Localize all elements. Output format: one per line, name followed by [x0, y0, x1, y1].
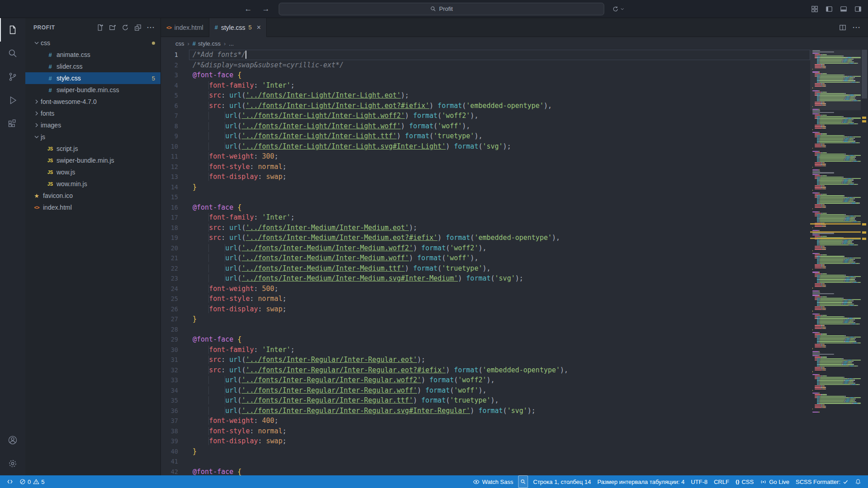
- code-line-12[interactable]: 12 font-style: normal;: [161, 162, 810, 172]
- code-line-3[interactable]: 3@font-face {: [161, 70, 810, 80]
- tab-index-html[interactable]: <>index.html: [161, 18, 209, 37]
- tree-item-wow-js[interactable]: JSwow.js: [25, 166, 160, 178]
- editor-more-button[interactable]: ···: [853, 25, 861, 30]
- tree-item-script-js[interactable]: JSscript.js: [25, 143, 160, 155]
- activity-source-control[interactable]: [0, 65, 25, 89]
- minimap-slider[interactable]: [810, 50, 861, 110]
- status-language-mode[interactable]: {}CSS: [732, 475, 757, 488]
- code-line-23[interactable]: 23 url('../fonts/Inter-Medium/Inter-Medi…: [161, 273, 810, 284]
- code-line-5[interactable]: 5 src: url('../fonts/Inter-Light/Inter-L…: [161, 90, 810, 101]
- code-line-11[interactable]: 11 font-weight: 300;: [161, 151, 810, 162]
- new-folder-button[interactable]: [109, 24, 116, 31]
- code-line-15[interactable]: 15: [161, 192, 810, 202]
- code-line-22[interactable]: 22 url('../fonts/Inter-Medium/Inter-Medi…: [161, 263, 810, 274]
- back-button[interactable]: ←: [244, 5, 253, 14]
- code-line-41[interactable]: 41: [161, 456, 810, 467]
- tree-item-wow-min-js[interactable]: JSwow.min.js: [25, 178, 160, 190]
- more-actions-button[interactable]: ···: [147, 25, 155, 30]
- code-line-36[interactable]: 36 url('../fonts/Inter-Regular/Inter-Reg…: [161, 406, 810, 416]
- breadcrumb-item[interactable]: #style.css: [193, 40, 221, 47]
- status-go-live[interactable]: Go Live: [757, 475, 793, 488]
- breadcrumb-item[interactable]: css: [175, 40, 184, 47]
- new-file-button[interactable]: [96, 24, 104, 31]
- code-line-14[interactable]: 14}: [161, 182, 810, 192]
- activity-explorer[interactable]: [0, 18, 25, 42]
- code-line-30[interactable]: 30 font-family: 'Inter';: [161, 345, 810, 355]
- tree-item-swiper-bundle-min-css[interactable]: #swiper-bundle.min.css: [25, 84, 160, 96]
- status-eol[interactable]: CRLF: [711, 475, 732, 488]
- code-line-38[interactable]: 38 font-style: normal;: [161, 426, 810, 436]
- status-notifications[interactable]: [852, 475, 864, 488]
- breadcrumb-item[interactable]: ...: [229, 40, 234, 47]
- code-line-35[interactable]: 35 url('../fonts/Inter-Regular/Inter-Reg…: [161, 395, 810, 406]
- split-editor-button[interactable]: [839, 24, 846, 31]
- compile-tasks-button[interactable]: [613, 6, 625, 12]
- code-line-1[interactable]: 1/*Add fonts*/: [161, 50, 810, 60]
- forward-button[interactable]: →: [261, 5, 271, 14]
- code-line-28[interactable]: 28: [161, 324, 810, 335]
- code-line-27[interactable]: 27}: [161, 314, 810, 324]
- code-line-42[interactable]: 42@font-face {: [161, 467, 810, 476]
- tree-item-animate-css[interactable]: #animate.css: [25, 49, 160, 61]
- tree-item-css[interactable]: css: [25, 37, 160, 49]
- code-line-34[interactable]: 34 url('../fonts/Inter-Regular/Inter-Reg…: [161, 385, 810, 396]
- code-line-32[interactable]: 32 src: url('../fonts/Inter-Regular/Inte…: [161, 365, 810, 375]
- close-tab-icon[interactable]: ×: [257, 24, 261, 31]
- status-scss-formatter[interactable]: SCSS Formatter:: [793, 475, 852, 488]
- refresh-explorer-button[interactable]: [122, 24, 129, 31]
- code-line-25[interactable]: 25 font-style: normal;: [161, 294, 810, 304]
- scrollbar-thumb[interactable]: [862, 50, 867, 99]
- code-line-9[interactable]: 9 url('../fonts/Inter-Light/Inter-Light.…: [161, 131, 810, 141]
- tab-style-css[interactable]: #style.css5×: [209, 18, 267, 37]
- tree-item-index-html[interactable]: <>index.html: [25, 202, 160, 213]
- activity-accounts[interactable]: [0, 428, 25, 452]
- remote-indicator[interactable]: [4, 475, 16, 488]
- overview-ruler[interactable]: [861, 50, 868, 475]
- code-line-20[interactable]: 20 url('../fonts/Inter-Medium/Inter-Medi…: [161, 243, 810, 253]
- status-zoom-indicator[interactable]: [518, 475, 528, 488]
- code-line-26[interactable]: 26 font-display: swap;: [161, 304, 810, 314]
- command-center-search[interactable]: Profit: [279, 3, 604, 15]
- activity-extensions[interactable]: [0, 112, 25, 136]
- code-line-19[interactable]: 19 src: url('../fonts/Inter-Medium/Inter…: [161, 233, 810, 243]
- code-line-37[interactable]: 37 font-weight: 400;: [161, 416, 810, 426]
- minimap[interactable]: [810, 50, 861, 475]
- code-line-18[interactable]: 18 src: url('../fonts/Inter-Medium/Inter…: [161, 223, 810, 233]
- toggle-panel-button[interactable]: [840, 5, 847, 13]
- code-line-17[interactable]: 17 font-family: 'Inter';: [161, 212, 810, 223]
- code-line-29[interactable]: 29@font-face {: [161, 334, 810, 345]
- tree-item-favicon-ico[interactable]: ★favicon.ico: [25, 190, 160, 202]
- problems-indicator[interactable]: 0 5: [16, 475, 47, 488]
- code-line-33[interactable]: 33 url('../fonts/Inter-Regular/Inter-Reg…: [161, 375, 810, 385]
- code-line-24[interactable]: 24 font-weight: 500;: [161, 284, 810, 294]
- toggle-secondary-sidebar-button[interactable]: [854, 5, 862, 13]
- tree-item-images[interactable]: images: [25, 119, 160, 131]
- activity-run-debug[interactable]: [0, 89, 25, 112]
- tree-item-js[interactable]: js: [25, 131, 160, 143]
- tree-item-style-css[interactable]: #style.css5: [25, 72, 160, 84]
- status-indentation[interactable]: Размер интервала табуляции: 4: [594, 475, 688, 488]
- code-line-10[interactable]: 10 url('../fonts/Inter-Light/Inter-Light…: [161, 141, 810, 152]
- tree-item-font-awesome-4-7-0[interactable]: font-awesome-4.7.0: [25, 96, 160, 108]
- code-pane[interactable]: 1/*Add fonts*/2/*&display=swap&subset=cy…: [161, 50, 810, 475]
- status-cursor-position[interactable]: Строка 1, столбец 14: [530, 475, 594, 488]
- code-line-13[interactable]: 13 font-display: swap;: [161, 172, 810, 182]
- code-line-6[interactable]: 6 src: url('../fonts/Inter-Light/Inter-L…: [161, 101, 810, 111]
- code-line-39[interactable]: 39 font-display: swap;: [161, 436, 810, 446]
- code-line-40[interactable]: 40}: [161, 446, 810, 457]
- code-line-2[interactable]: 2/*&display=swap&subset=cyrillic-ext*/: [161, 60, 810, 70]
- code-line-7[interactable]: 7 url('../fonts/Inter-Light/Inter-Light.…: [161, 111, 810, 121]
- code-line-31[interactable]: 31 src: url('../fonts/Inter-Regular/Inte…: [161, 355, 810, 365]
- code-line-8[interactable]: 8 url('../fonts/Inter-Light/Inter-Light.…: [161, 121, 810, 131]
- status-encoding[interactable]: UTF-8: [688, 475, 711, 488]
- tree-item-swiper-bundle-min-js[interactable]: JSswiper-bundle.min.js: [25, 155, 160, 166]
- code-line-4[interactable]: 4 font-family: 'Inter';: [161, 80, 810, 91]
- status-watch-sass[interactable]: Watch Sass: [470, 475, 516, 488]
- code-line-16[interactable]: 16@font-face {: [161, 202, 810, 213]
- tree-item-slider-css[interactable]: #slider.css: [25, 61, 160, 72]
- code-line-21[interactable]: 21 url('../fonts/Inter-Medium/Inter-Medi…: [161, 253, 810, 263]
- collapse-folders-button[interactable]: [134, 24, 142, 31]
- customize-layout-button[interactable]: [811, 5, 818, 13]
- activity-search[interactable]: [0, 42, 25, 65]
- toggle-sidebar-button[interactable]: [826, 5, 833, 13]
